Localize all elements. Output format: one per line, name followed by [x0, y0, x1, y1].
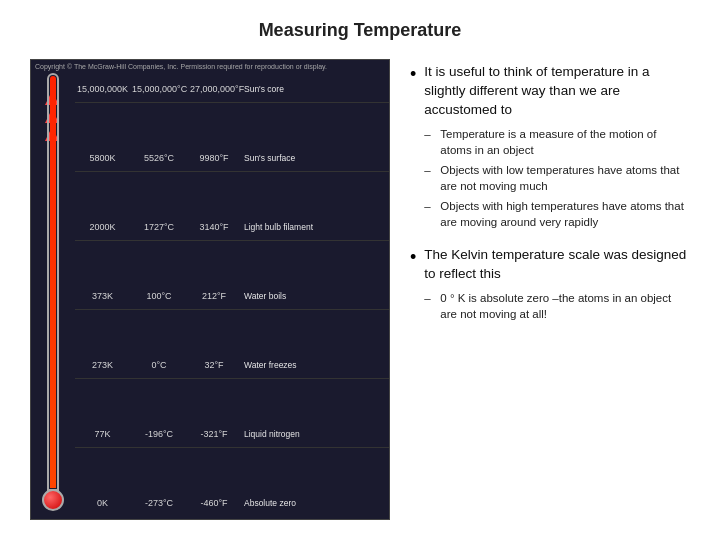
- page-container: Measuring Temperature Copyright © The Mc…: [0, 0, 720, 540]
- celsius-cell: 1727°C: [130, 222, 188, 232]
- celsius-cell: -273°C: [130, 498, 188, 508]
- thermo-table: 15,000,000K 15,000,000°C 27,000,000°F Su…: [31, 73, 389, 519]
- fahrenheit-cell: 27,000,000°F: [188, 84, 240, 94]
- kelvin-cell: 5800K: [75, 153, 130, 163]
- bullet-content-2: The Kelvin temperature scale was designe…: [424, 246, 690, 326]
- label-cell: Sun's surface: [240, 153, 389, 163]
- kelvin-cell: 77K: [75, 429, 130, 439]
- fahrenheit-cell: 9980°F: [188, 153, 240, 163]
- table-row: 77K -196°C -321°F Liquid nitrogen: [75, 420, 389, 448]
- right-panel: • It is useful to think of temperature i…: [410, 59, 690, 520]
- content-row: Copyright © The McGraw-Hill Companies, I…: [30, 59, 690, 520]
- table-row: 373K 100°C 212°F Water boils: [75, 282, 389, 310]
- label-cell: Sun's core: [240, 84, 389, 94]
- sub-item-2-1: 0 ° K is absolute zero –the atoms in an …: [424, 290, 690, 322]
- thermometer-tube: [47, 73, 59, 491]
- kelvin-cell: 373K: [75, 291, 130, 301]
- celsius-cell: 100°C: [130, 291, 188, 301]
- thermometer-fill: [50, 76, 56, 488]
- label-cell: Absolute zero: [240, 498, 389, 508]
- table-row: 273K 0°C 32°F Water freezes: [75, 351, 389, 379]
- table-row: 2000K 1727°C 3140°F Light bulb filament: [75, 213, 389, 241]
- fahrenheit-cell: 32°F: [188, 360, 240, 370]
- sub-item-1-1: Temperature is a measure of the motion o…: [424, 126, 690, 158]
- celsius-cell: 0°C: [130, 360, 188, 370]
- kelvin-cell: 273K: [75, 360, 130, 370]
- bullet-content-1: It is useful to think of temperature in …: [424, 63, 690, 234]
- celsius-cell: 15,000,000°C: [130, 84, 188, 94]
- bullet-section-1: • It is useful to think of temperature i…: [410, 63, 690, 234]
- sub-list-1: Temperature is a measure of the motion o…: [424, 126, 690, 231]
- fahrenheit-cell: 3140°F: [188, 222, 240, 232]
- bullet-main-2: The Kelvin temperature scale was designe…: [424, 246, 690, 284]
- bullet-section-2: • The Kelvin temperature scale was desig…: [410, 246, 690, 326]
- sub-list-2: 0 ° K is absolute zero –the atoms in an …: [424, 290, 690, 322]
- celsius-cell: 5526°C: [130, 153, 188, 163]
- label-cell: Light bulb filament: [240, 222, 389, 232]
- table-row: 0K -273°C -460°F Absolute zero: [75, 489, 389, 517]
- label-cell: Water freezes: [240, 360, 389, 370]
- label-cell: Water boils: [240, 291, 389, 301]
- kelvin-cell: 0K: [75, 498, 130, 508]
- thermometer-visual: [31, 73, 75, 519]
- thermometer-panel: Copyright © The McGraw-Hill Companies, I…: [30, 59, 390, 520]
- copyright-text: Copyright © The McGraw-Hill Companies, I…: [31, 60, 389, 73]
- page-title: Measuring Temperature: [30, 20, 690, 41]
- fahrenheit-cell: -321°F: [188, 429, 240, 439]
- thermometer-bulb: [42, 489, 64, 511]
- celsius-cell: -196°C: [130, 429, 188, 439]
- bullet-dot-2: •: [410, 248, 416, 326]
- thermo-data: 15,000,000K 15,000,000°C 27,000,000°F Su…: [75, 73, 389, 519]
- bullet-dot-1: •: [410, 65, 416, 234]
- kelvin-cell: 2000K: [75, 222, 130, 232]
- table-row: 15,000,000K 15,000,000°C 27,000,000°F Su…: [75, 75, 389, 103]
- sub-item-1-2: Objects with low temperatures have atoms…: [424, 162, 690, 194]
- table-row: 5800K 5526°C 9980°F Sun's surface: [75, 144, 389, 172]
- sub-item-1-3: Objects with high temperatures have atom…: [424, 198, 690, 230]
- kelvin-cell: 15,000,000K: [75, 84, 130, 94]
- fahrenheit-cell: -460°F: [188, 498, 240, 508]
- fahrenheit-cell: 212°F: [188, 291, 240, 301]
- label-cell: Liquid nitrogen: [240, 429, 389, 439]
- bullet-main-1: It is useful to think of temperature in …: [424, 63, 690, 120]
